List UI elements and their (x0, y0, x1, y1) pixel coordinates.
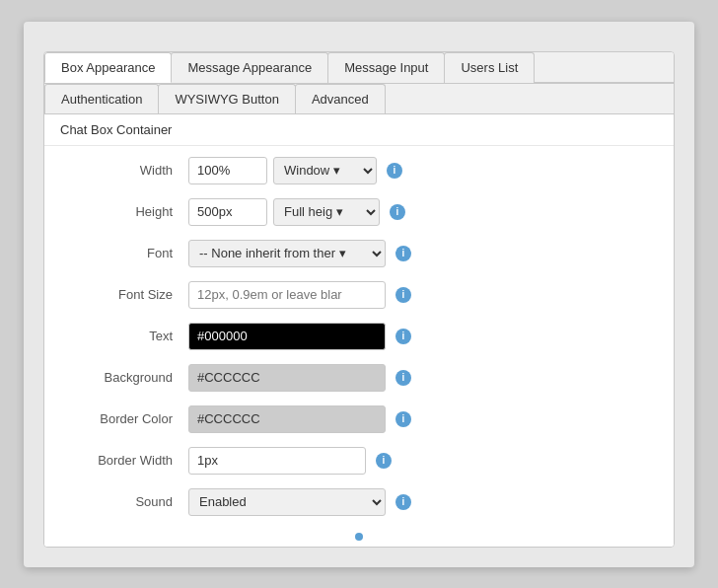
input-border-color[interactable] (188, 405, 386, 433)
tab-advanced[interactable]: Advanced (295, 84, 386, 113)
label-font: Font (60, 246, 188, 260)
controls-width: Window ▾ px % i (188, 157, 658, 184)
tabs-row2: Authentication WYSIWYG Button Advanced (44, 84, 674, 114)
field-width: Width Window ▾ px % i (44, 150, 674, 191)
controls-font: -- None inherit from ther ▾ Arial Verdan… (188, 240, 658, 267)
tab-users-list[interactable]: Users List (444, 52, 535, 83)
label-width: Width (60, 163, 188, 178)
input-font-size[interactable] (188, 281, 386, 309)
tabs-row1-spacer (534, 52, 674, 83)
tab-wysiwyg-button[interactable]: WYSIWYG Button (158, 84, 295, 113)
tabs-row1: Box Appearance Message Appearance Messag… (44, 52, 674, 84)
label-font-size: Font Size (60, 287, 188, 302)
select-font[interactable]: -- None inherit from ther ▾ Arial Verdan… (188, 240, 386, 267)
tab-message-appearance[interactable]: Message Appearance (171, 52, 328, 83)
label-height: Height (60, 204, 188, 219)
controls-border-color: i (188, 405, 658, 433)
field-background: Background i (44, 357, 674, 399)
info-icon-border-width[interactable]: i (376, 453, 392, 469)
info-icon-border-color[interactable]: i (395, 411, 411, 427)
controls-text: i (188, 323, 658, 350)
controls-font-size: i (188, 281, 658, 309)
label-sound: Sound (60, 494, 188, 509)
input-width[interactable] (188, 157, 267, 184)
controls-background: i (188, 364, 658, 392)
form-body: Width Window ▾ px % i Height (44, 146, 674, 527)
input-border-width[interactable] (188, 447, 366, 475)
outer-wrapper: Box Appearance Message Appearance Messag… (24, 22, 694, 567)
label-border-color: Border Color (60, 411, 188, 426)
select-width-unit[interactable]: Window ▾ px % (273, 157, 377, 184)
field-height: Height Full heig ▾ px % i (44, 191, 674, 233)
controls-height: Full heig ▾ px % i (188, 198, 658, 226)
info-icon-sound[interactable]: i (395, 494, 411, 510)
scroll-dot (355, 533, 363, 541)
label-border-width: Border Width (60, 453, 188, 468)
section-title: Chat Box Container (44, 114, 674, 146)
input-background-color[interactable] (188, 364, 386, 392)
field-font-size: Font Size i (44, 274, 674, 316)
settings-panel: Box Appearance Message Appearance Messag… (43, 51, 675, 548)
scroll-indicator (44, 527, 674, 547)
tabs-row2-spacer (385, 84, 674, 113)
field-sound: Sound Enabled Disabled i (44, 481, 674, 523)
label-text: Text (60, 329, 188, 343)
controls-sound: Enabled Disabled i (188, 488, 658, 516)
info-icon-font[interactable]: i (395, 246, 411, 261)
tab-message-input[interactable]: Message Input (327, 52, 445, 83)
input-text-color[interactable] (188, 323, 386, 350)
info-icon-width[interactable]: i (387, 163, 402, 179)
label-background: Background (60, 370, 188, 385)
info-icon-height[interactable]: i (390, 204, 405, 220)
select-sound[interactable]: Enabled Disabled (188, 488, 386, 516)
field-border-width: Border Width i (44, 440, 674, 481)
info-icon-font-size[interactable]: i (395, 287, 411, 303)
select-height-unit[interactable]: Full heig ▾ px % (273, 198, 380, 226)
info-icon-text[interactable]: i (395, 329, 411, 344)
info-icon-background[interactable]: i (395, 370, 411, 386)
input-height[interactable] (188, 198, 267, 226)
field-border-color: Border Color i (44, 399, 674, 440)
tab-box-appearance[interactable]: Box Appearance (44, 52, 172, 83)
tab-authentication[interactable]: Authentication (44, 84, 159, 113)
controls-border-width: i (188, 447, 658, 475)
field-font: Font -- None inherit from ther ▾ Arial V… (44, 233, 674, 274)
field-text: Text i (44, 316, 674, 357)
